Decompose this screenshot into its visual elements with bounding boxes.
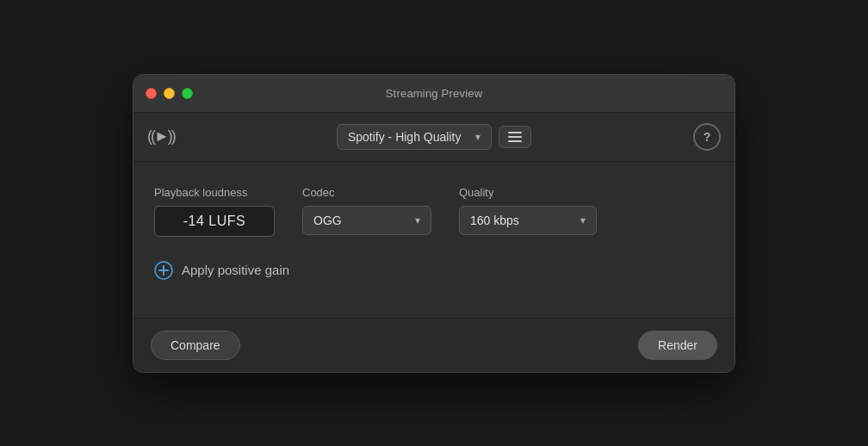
preset-label: Spotify - High Quality xyxy=(348,130,468,144)
quality-value: 160 kbps xyxy=(470,214,519,227)
quality-chevron-icon: ▾ xyxy=(580,214,586,226)
menu-button[interactable] xyxy=(499,126,531,148)
title-bar: Streaming Preview xyxy=(133,75,735,113)
close-button[interactable] xyxy=(146,88,157,99)
gain-checkbox-row: Apply positive gain xyxy=(154,261,714,280)
codec-group: Codec OGG ▾ xyxy=(302,186,431,235)
preset-dropdown[interactable]: Spotify - High Quality ▾ xyxy=(337,124,492,150)
broadcast-icon: ((►)) xyxy=(147,127,175,146)
compare-button[interactable]: Compare xyxy=(151,331,240,360)
main-content: Playback loudness -14 LUFS Codec OGG ▾ Q… xyxy=(133,162,735,318)
toolbar-center: Spotify - High Quality ▾ xyxy=(337,124,531,150)
toolbar-left: ((►)) xyxy=(147,127,175,146)
menu-bar-line-3 xyxy=(508,140,522,142)
toolbar: ((►)) Spotify - High Quality ▾ ? xyxy=(133,113,735,162)
menu-bar-line-1 xyxy=(508,132,522,133)
main-window: Streaming Preview ((►)) Spotify - High Q… xyxy=(133,74,735,373)
loudness-group: Playback loudness -14 LUFS xyxy=(154,186,275,237)
window-title: Streaming Preview xyxy=(386,87,483,100)
footer: Compare Render xyxy=(133,318,735,372)
traffic-lights xyxy=(146,88,193,99)
preset-chevron-icon: ▾ xyxy=(475,131,480,143)
help-icon: ? xyxy=(704,130,711,144)
maximize-button[interactable] xyxy=(182,88,193,99)
help-button[interactable]: ? xyxy=(693,123,721,151)
settings-row: Playback loudness -14 LUFS Codec OGG ▾ Q… xyxy=(154,186,714,237)
quality-label: Quality xyxy=(459,186,597,199)
codec-chevron-icon: ▾ xyxy=(415,214,420,226)
loudness-label: Playback loudness xyxy=(154,186,275,199)
codec-label: Codec xyxy=(302,186,431,199)
quality-group: Quality 160 kbps ▾ xyxy=(459,186,597,235)
render-button[interactable]: Render xyxy=(638,331,717,360)
codec-value: OGG xyxy=(313,214,342,227)
loudness-display: -14 LUFS xyxy=(154,206,275,237)
minimize-button[interactable] xyxy=(164,88,175,99)
gain-label: Apply positive gain xyxy=(182,263,289,277)
gain-checkbox[interactable] xyxy=(154,261,173,280)
menu-bar-line-2 xyxy=(508,136,522,138)
quality-dropdown[interactable]: 160 kbps ▾ xyxy=(459,206,597,235)
codec-dropdown[interactable]: OGG ▾ xyxy=(302,206,431,235)
